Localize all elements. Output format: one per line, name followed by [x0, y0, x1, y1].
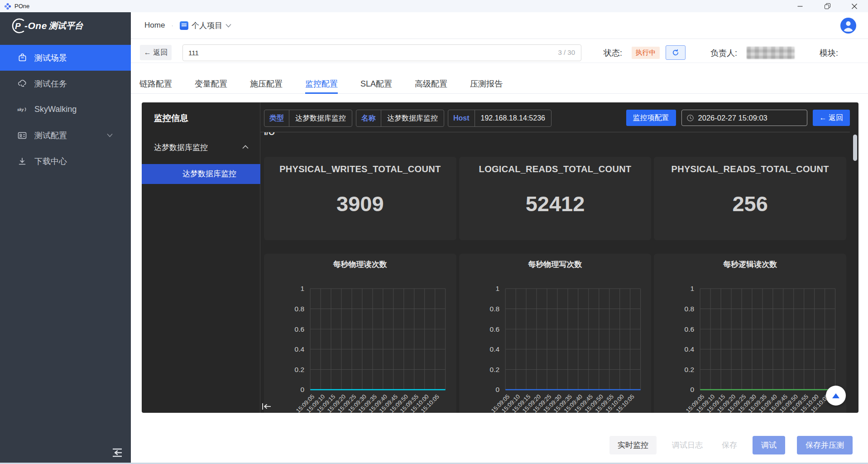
- sidebar-item-download-center[interactable]: 下载中心: [0, 148, 131, 174]
- save-button[interactable]: 保存: [718, 436, 741, 454]
- chart-title: 每秒物理读次数: [264, 259, 456, 270]
- monitor-item-dm-db-selected[interactable]: 达梦数据库监控: [142, 164, 260, 184]
- svg-text:1: 1: [301, 285, 305, 293]
- chart-canvas: 00.20.40.60.8115:09:0515:09:1015:09:1515…: [459, 254, 652, 413]
- breadcrumb-home[interactable]: Home: [144, 21, 165, 30]
- monitor-back-button[interactable]: ← 返回: [813, 110, 850, 126]
- charts-row: 每秒物理读次数 00.20.40.60.8115:09:0515:09:1015…: [264, 254, 846, 413]
- brand-name: -One: [24, 20, 47, 31]
- close-icon: [852, 4, 857, 9]
- chart-title: 每秒物理写次数: [459, 259, 652, 270]
- sidebar-item-label: 测试配置: [34, 130, 67, 141]
- stat-value: 256: [654, 191, 846, 216]
- sidebar-item-test-config[interactable]: 测试配置: [0, 122, 131, 148]
- project-selector[interactable]: 个人项目: [180, 20, 231, 31]
- stat-card-physical-reads: PHYSICAL_READS_TOTAL_COUNT 256: [654, 157, 846, 240]
- main-content: ← 返回 3 / 30 状态: 执行中 负责人: 模块: 链路配置 变量配置 施…: [131, 39, 868, 464]
- svg-text:0: 0: [691, 386, 695, 394]
- config-tabs: 链路配置 变量配置 施压配置 监控配置 SLA配置 高级配置 压测报告: [131, 75, 868, 94]
- chart-title: 每秒逻辑读次数: [654, 259, 846, 270]
- chart-physical-writes-per-sec: 每秒物理写次数 00.20.40.60.8115:09:0515:09:1015…: [459, 254, 652, 413]
- sidebar-collapse-button[interactable]: [108, 446, 125, 459]
- char-counter: 3 / 30: [558, 48, 575, 56]
- datetime-picker[interactable]: 2026-02-27 15:09:03: [681, 110, 807, 126]
- briefcase-icon: [17, 53, 27, 63]
- owner-label: 负责人:: [710, 48, 737, 58]
- svg-text:0: 0: [495, 386, 499, 394]
- filter-host-value: 192.168.18.14:5236: [475, 110, 551, 126]
- section-heading-io: I/O: [264, 132, 275, 137]
- tab-monitor-config[interactable]: 监控配置: [305, 75, 338, 94]
- svg-text:0.8: 0.8: [295, 305, 305, 313]
- tab-sla-config[interactable]: SLA配置: [360, 75, 392, 94]
- brand-area: P -One 测试平台: [0, 12, 131, 39]
- download-icon: [17, 156, 27, 166]
- panel-scrollbar-thumb[interactable]: [853, 135, 857, 161]
- svg-text:0.6: 0.6: [295, 325, 305, 333]
- svg-text:0.2: 0.2: [295, 366, 305, 373]
- restore-button[interactable]: [814, 0, 841, 12]
- stat-value: 52412: [459, 191, 652, 216]
- svg-text:0.4: 0.4: [489, 345, 499, 353]
- monitor-panel: 监控信息 达梦数据库监控 达梦数据库监控 类型 达梦数据库监控 名称 达梦数据库…: [142, 102, 858, 413]
- chart-canvas: 00.20.40.60.8115:09:0515:09:1015:09:1515…: [264, 254, 456, 413]
- refresh-icon: [672, 49, 679, 56]
- restore-icon: [825, 3, 830, 9]
- filter-type-value: 达梦数据库监控: [289, 110, 352, 126]
- tab-variable-config[interactable]: 变量配置: [195, 75, 227, 94]
- stat-card-physical-writes: PHYSICAL_WRITES_TOTAL_COUNT 3909: [264, 157, 456, 240]
- tab-stress-report[interactable]: 压测报告: [470, 75, 503, 94]
- refresh-status-button[interactable]: [666, 45, 686, 60]
- chart-physical-reads-per-sec: 每秒物理读次数 00.20.40.60.8115:09:0515:09:1015…: [264, 254, 456, 413]
- minimize-button[interactable]: [786, 0, 814, 12]
- stat-value: 3909: [264, 191, 456, 216]
- monitor-actions: 监控项配置 2026-02-27 15:09:03 ← 返回: [626, 110, 850, 126]
- close-button[interactable]: [841, 0, 868, 12]
- svg-text:0.2: 0.2: [489, 366, 499, 373]
- id-card-icon: [17, 130, 27, 140]
- project-icon: [180, 21, 188, 30]
- sidebar-item-test-scene[interactable]: 测试场景: [0, 45, 131, 71]
- tab-link-config[interactable]: 链路配置: [139, 75, 172, 94]
- back-button[interactable]: ← 返回: [140, 45, 172, 60]
- svg-text:0: 0: [301, 386, 305, 394]
- save-and-stress-button[interactable]: 保存并压测: [797, 436, 853, 454]
- monitor-filter-bar: 类型 达梦数据库监控 名称 达梦数据库监控 Host 192.168.18.14…: [264, 110, 551, 127]
- avatar[interactable]: [840, 18, 856, 34]
- chevron-up-icon[interactable]: [242, 145, 249, 149]
- brand-logo: P -One 测试平台: [10, 18, 83, 34]
- scenario-name-input[interactable]: [182, 44, 581, 61]
- app-header: Home · 个人项目: [131, 12, 868, 39]
- filter-name-value: 达梦数据库监控: [381, 110, 444, 126]
- realtime-monitor-button[interactable]: 实时监控: [609, 436, 657, 454]
- tab-advanced-config[interactable]: 高级配置: [415, 75, 447, 94]
- tab-pressure-config[interactable]: 施压配置: [250, 75, 283, 94]
- pone-logo-icon: P: [10, 18, 26, 34]
- svg-text:sky: sky: [17, 107, 24, 112]
- brand-suffix: 测试平台: [49, 20, 83, 32]
- debug-log-button[interactable]: 调试日志: [668, 436, 706, 454]
- stat-card-logical-reads: LOGICAL_READS_TOTAL_COUNT 52412: [459, 157, 652, 240]
- scroll-to-top-button[interactable]: [826, 386, 846, 406]
- sidebar-item-test-task[interactable]: 测试任务: [0, 71, 131, 97]
- filter-host: Host 192.168.18.14:5236: [448, 110, 551, 127]
- scenario-name-field: 3 / 30: [182, 44, 581, 61]
- monitor-item-config-button[interactable]: 监控项配置: [626, 110, 676, 126]
- collapse-panel-icon[interactable]: [261, 402, 272, 411]
- window-title: POne: [14, 3, 29, 10]
- chevron-down-icon: [225, 24, 231, 28]
- debug-button[interactable]: 调试: [753, 436, 785, 454]
- window-titlebar: POne: [0, 0, 868, 12]
- skywalking-icon: sky: [17, 105, 27, 115]
- svg-text:0.8: 0.8: [489, 305, 499, 313]
- scenario-toolbar: ← 返回 3 / 30 状态: 执行中 负责人: 模块:: [131, 44, 868, 61]
- svg-text:0.4: 0.4: [295, 345, 305, 353]
- triangle-up-icon: [832, 393, 839, 398]
- status-label: 状态:: [604, 48, 622, 58]
- chart-canvas: 00.20.40.60.8115:09:0515:09:1015:09:1515…: [654, 254, 846, 413]
- sidebar-item-skywalking[interactable]: sky SkyWalking: [0, 97, 131, 122]
- monitor-group-dm-db[interactable]: 达梦数据库监控: [154, 142, 249, 153]
- module-label: 模块:: [820, 48, 838, 58]
- status-badge: 执行中: [632, 47, 660, 59]
- stat-title: LOGICAL_READS_TOTAL_COUNT: [459, 164, 652, 174]
